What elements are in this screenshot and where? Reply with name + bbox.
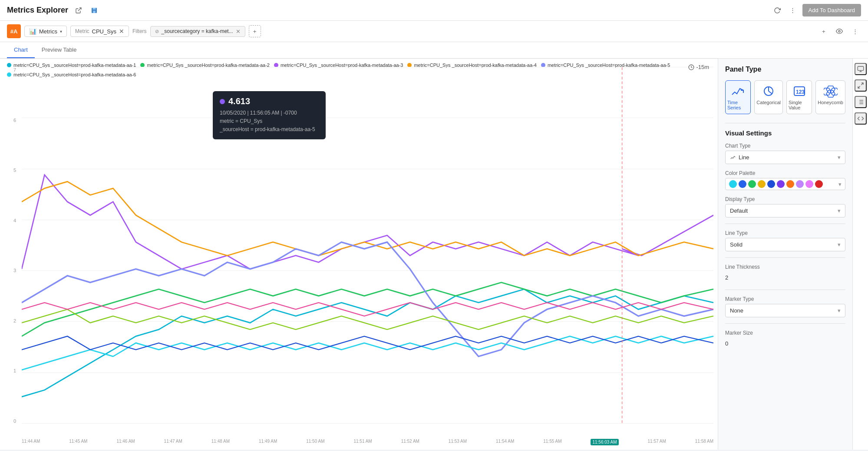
line-thickness-row: Line Thickness 2 xyxy=(725,264,845,283)
panel-type-time-series[interactable]: Time Series xyxy=(725,80,751,114)
line-type-value: Solid xyxy=(730,241,743,248)
top-bar: Metrics Explorer ⋮ Add To Dashboard xyxy=(0,0,868,21)
panel-type-single-value[interactable]: 123 Single Value xyxy=(786,80,812,114)
color-swatch-3 xyxy=(758,180,766,188)
metric-source-icon: 📊 xyxy=(29,28,36,35)
add-filter-button[interactable]: + xyxy=(249,25,261,37)
panel-type-categorical[interactable]: Categorical xyxy=(754,80,783,114)
add-to-dashboard-button[interactable]: Add To Dashboard xyxy=(802,4,861,16)
single-value-icon: 123 xyxy=(792,84,806,98)
color-swatch-5 xyxy=(777,180,785,188)
svg-line-0 xyxy=(78,8,81,11)
color-palette-chevron: ▾ xyxy=(838,181,842,188)
x-label-11: 11:55 AM xyxy=(543,439,561,445)
chart-type-select[interactable]: Line ▾ xyxy=(725,151,845,164)
marker-type-chevron: ▾ xyxy=(838,307,841,314)
external-link-icon[interactable] xyxy=(73,4,85,16)
divider-4 xyxy=(725,290,845,290)
x-label-7: 11:51 AM xyxy=(353,439,372,445)
marker-size-row: Marker Size 0 xyxy=(725,330,845,349)
tab-chart[interactable]: Chart xyxy=(7,42,35,58)
color-swatch-1 xyxy=(739,180,746,188)
query-bar: #A 📊 Metrics ▾ Metric CPU_Sys ✕ Filters … xyxy=(0,21,868,42)
query-visibility-button[interactable] xyxy=(833,25,845,37)
chart-type-label: Chart Type xyxy=(725,143,845,149)
marker-size-value: 0 xyxy=(725,340,728,347)
color-swatch-9 xyxy=(815,180,823,188)
chart-type-value: Line xyxy=(739,154,749,161)
query-bar-right: + ⋮ xyxy=(818,25,861,37)
refresh-button[interactable] xyxy=(771,4,783,16)
display-type-value: Default xyxy=(730,207,748,214)
y-axis-labels: 7 6 5 4 3 2 1 0 xyxy=(0,67,20,424)
y-label-4: 4 xyxy=(13,218,16,223)
display-type-chevron: ▾ xyxy=(838,207,841,214)
color-swatch-8 xyxy=(805,180,813,188)
y-label-0: 0 xyxy=(13,418,16,424)
metric-clear-button[interactable]: ✕ xyxy=(119,28,124,35)
divider-3 xyxy=(725,257,845,258)
panel-content: Panel Type Time Series Catego xyxy=(718,59,852,450)
query-more-button[interactable]: ⋮ xyxy=(849,25,861,37)
time-indicator: -15m xyxy=(688,64,709,70)
color-swatch-2 xyxy=(748,180,756,188)
panel-type-cat-label: Categorical xyxy=(756,100,781,105)
time-series-icon xyxy=(731,84,745,98)
filter-icon: ⊘ xyxy=(155,29,159,34)
x-label-14: 11:58 AM xyxy=(695,439,713,445)
more-options-button[interactable]: ⋮ xyxy=(787,4,799,16)
marker-size-label: Marker Size xyxy=(725,330,845,336)
panel-type-sv-label: Single Value xyxy=(789,100,810,110)
filter-remove-button[interactable]: ✕ xyxy=(236,28,241,35)
panel-icon-code[interactable] xyxy=(855,112,867,125)
divider-1 xyxy=(725,123,845,123)
y-label-3: 3 xyxy=(13,268,16,273)
metric-source-selector[interactable]: 📊 Metrics ▾ xyxy=(24,26,67,37)
query-add-button[interactable]: + xyxy=(818,25,830,37)
color-swatch-4 xyxy=(767,180,775,188)
app-title: Metrics Explorer xyxy=(7,6,68,15)
main-layout: -15m 7 6 5 4 3 2 1 0 xyxy=(0,59,868,450)
y-label-7: 7 xyxy=(13,67,16,72)
legend-dot-0 xyxy=(7,63,11,67)
divider-2 xyxy=(725,224,845,224)
top-bar-right: ⋮ Add To Dashboard xyxy=(771,4,861,16)
display-type-select[interactable]: Default ▾ xyxy=(725,204,845,217)
chart-tooltip: 4.613 10/05/2020 | 11:56:05 AM | -0700 m… xyxy=(213,91,326,139)
x-label-8: 11:52 AM xyxy=(401,439,419,445)
tab-preview-table[interactable]: Preview Table xyxy=(35,42,84,58)
line-type-row: Line Type Solid ▾ xyxy=(725,230,845,251)
chart-area: -15m 7 6 5 4 3 2 1 0 xyxy=(0,59,718,450)
panel-icon-list[interactable] xyxy=(855,96,867,108)
categorical-icon xyxy=(762,84,776,98)
marker-type-label: Marker Type xyxy=(725,296,845,302)
query-id: #A xyxy=(7,24,21,38)
line-type-select[interactable]: Solid ▾ xyxy=(725,238,845,251)
marker-type-value: None xyxy=(730,307,743,314)
panel-type-honeycomb[interactable]: Honeycomb xyxy=(815,80,845,114)
y-label-2: 2 xyxy=(13,318,16,323)
svg-point-4 xyxy=(838,30,840,32)
metric-input-value: CPU_Sys xyxy=(92,28,116,35)
filter-chip[interactable]: ⊘ _sourcecategory = kafka-met... ✕ xyxy=(150,26,245,37)
svg-rect-3 xyxy=(93,10,95,13)
x-label-1: 11:45 AM xyxy=(69,439,87,445)
color-palette-container[interactable]: ▾ xyxy=(725,178,845,190)
metric-source-chevron: ▾ xyxy=(60,29,62,34)
panel-icon-monitor[interactable] xyxy=(855,63,867,75)
x-label-6: 11:50 AM xyxy=(306,439,324,445)
panel-icons-vertical xyxy=(852,59,868,450)
save-icon[interactable] xyxy=(88,4,100,16)
time-indicator-value: -15m xyxy=(696,64,709,70)
color-palette-swatches xyxy=(729,180,823,188)
line-thickness-label: Line Thickness xyxy=(725,264,845,270)
filter-label: Filters xyxy=(132,28,147,34)
panel-icon-resize[interactable] xyxy=(855,79,867,92)
chart-svg xyxy=(22,67,713,424)
svg-rect-2 xyxy=(93,8,96,10)
marker-type-select[interactable]: None ▾ xyxy=(725,304,845,317)
visual-settings-title: Visual Settings xyxy=(725,129,845,137)
line-thickness-value: 2 xyxy=(725,274,728,281)
svg-line-9 xyxy=(769,91,772,94)
line-thickness-value-container: 2 xyxy=(725,272,845,283)
